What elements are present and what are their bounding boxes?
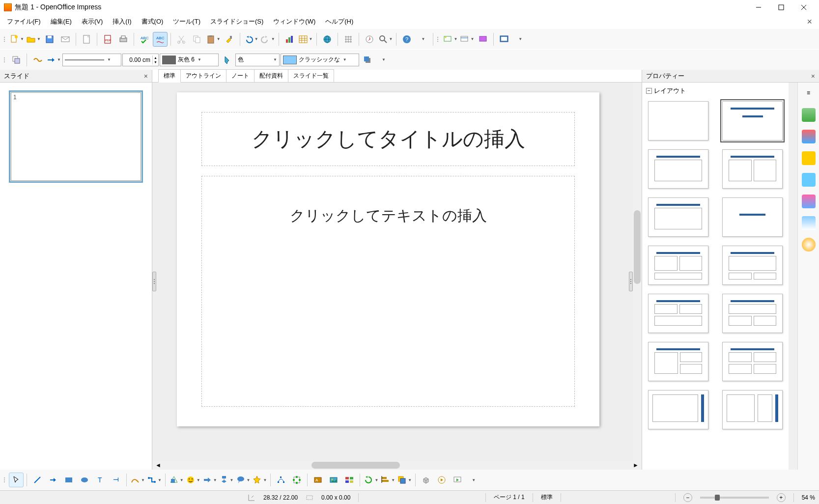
layout-four-obj[interactable] bbox=[722, 342, 783, 381]
layout-title-content[interactable] bbox=[722, 101, 783, 140]
line-color-selector[interactable]: 灰色 6 ▼ bbox=[160, 54, 219, 66]
tab-normal[interactable]: 標準 bbox=[158, 69, 181, 83]
copy-button[interactable] bbox=[190, 32, 204, 47]
line-tool[interactable] bbox=[30, 473, 45, 487]
block-arrows-tool[interactable]: ▼ bbox=[202, 473, 218, 487]
print-button[interactable] bbox=[116, 32, 131, 47]
align-tool[interactable]: ▼ bbox=[380, 473, 395, 487]
menu-edit[interactable]: 編集(E) bbox=[46, 15, 77, 28]
interaction-tool[interactable] bbox=[434, 473, 449, 487]
sidebar-gallery-icon[interactable] bbox=[802, 216, 816, 230]
sidebar-master-icon[interactable] bbox=[802, 130, 816, 143]
points-tool[interactable] bbox=[274, 473, 288, 487]
new-button[interactable]: ▼ bbox=[9, 32, 25, 47]
arrow-tool[interactable] bbox=[46, 473, 60, 487]
symbol-shapes-tool[interactable]: ▼ bbox=[185, 473, 201, 487]
fill-color-selector[interactable]: クラッシックな ▼ bbox=[281, 54, 359, 66]
callouts-tool[interactable]: ▼ bbox=[235, 473, 251, 487]
maximize-button[interactable] bbox=[770, 0, 792, 15]
layout-title-only[interactable] bbox=[648, 149, 708, 189]
collapse-icon[interactable]: − bbox=[646, 88, 652, 94]
menu-window[interactable]: ウィンドウ(W) bbox=[268, 15, 320, 28]
chart-button[interactable] bbox=[282, 32, 297, 47]
text-tool[interactable]: T bbox=[93, 473, 108, 487]
from-file-tool[interactable] bbox=[326, 473, 341, 487]
menu-view[interactable]: 表示(V) bbox=[77, 15, 108, 28]
line-style-selector[interactable]: ▼ bbox=[62, 54, 121, 66]
zoom-in-button[interactable]: + bbox=[777, 493, 786, 502]
toolbar-overflow[interactable]: ▼ bbox=[512, 32, 527, 47]
curve-tool[interactable]: ▼ bbox=[130, 473, 145, 487]
toolbar-handle-2[interactable] bbox=[436, 32, 440, 47]
menu-insert[interactable]: 挿入(I) bbox=[108, 15, 136, 28]
arrange-tool[interactable]: ▼ bbox=[396, 473, 412, 487]
zoom-button[interactable]: ▼ bbox=[378, 32, 394, 47]
vertical-text-tool[interactable]: T bbox=[109, 473, 123, 487]
content-placeholder[interactable]: クリックしてテキストの挿入 bbox=[201, 176, 575, 407]
export-pdf-button[interactable]: PDF bbox=[100, 32, 115, 47]
open-button[interactable]: ▼ bbox=[26, 32, 41, 47]
line-width-input[interactable]: ▲▼ bbox=[122, 54, 159, 66]
slideshow-button[interactable] bbox=[497, 32, 511, 47]
horizontal-scrollbar[interactable]: ◄► bbox=[152, 461, 642, 470]
layout-text-obj[interactable] bbox=[722, 246, 783, 285]
menu-slideshow[interactable]: スライドショー(S) bbox=[205, 15, 268, 28]
sidebar-styles-icon[interactable] bbox=[802, 195, 816, 208]
rectangle-tool[interactable] bbox=[61, 473, 76, 487]
table-button[interactable]: ▼ bbox=[298, 32, 313, 47]
layout-vert-title[interactable] bbox=[648, 390, 708, 429]
menu-help[interactable]: ヘルプ(H) bbox=[320, 15, 358, 28]
layout-one-over-two[interactable] bbox=[722, 294, 783, 333]
layout-section-header[interactable]: − レイアウト bbox=[646, 84, 785, 97]
zoom-level[interactable]: 54 % bbox=[802, 494, 815, 501]
format-paintbrush-button[interactable] bbox=[222, 32, 237, 47]
whats-this-button[interactable]: ▼ bbox=[415, 32, 430, 47]
slide-panel-close-icon[interactable]: × bbox=[144, 72, 148, 80]
edit-file-button[interactable] bbox=[79, 32, 94, 47]
connector-tool[interactable]: ▼ bbox=[146, 473, 162, 487]
vertical-scrollbar[interactable] bbox=[633, 83, 642, 461]
arrow-style-button[interactable]: ▼ bbox=[46, 53, 61, 67]
grid-button[interactable] bbox=[341, 32, 356, 47]
stars-tool[interactable]: ▼ bbox=[252, 473, 267, 487]
spellcheck-button[interactable]: ABC bbox=[137, 32, 152, 47]
toolbar-handle-3[interactable] bbox=[3, 53, 7, 67]
hyperlink-button[interactable] bbox=[320, 32, 335, 47]
properties-panel-close-icon[interactable]: × bbox=[811, 72, 815, 80]
slide-thumbnail[interactable]: 1 bbox=[9, 90, 143, 183]
title-placeholder[interactable]: クリックしてタイトルの挿入 bbox=[201, 112, 575, 166]
cut-button[interactable] bbox=[174, 32, 189, 47]
sidebar-properties-icon[interactable] bbox=[802, 108, 816, 122]
layout-vert-title-text[interactable] bbox=[722, 390, 783, 429]
layout-two-over-one[interactable] bbox=[648, 294, 708, 333]
slide-canvas[interactable]: クリックしてタイトルの挿入 クリックしてテキストの挿入 bbox=[177, 92, 599, 426]
fill-type-selector[interactable]: 色 ▼ bbox=[235, 54, 280, 66]
tab-outline[interactable]: アウトライン bbox=[180, 69, 226, 82]
email-button[interactable] bbox=[58, 32, 73, 47]
arrange-button[interactable] bbox=[9, 53, 24, 67]
extrusion-tool[interactable] bbox=[419, 473, 433, 487]
tab-handout[interactable]: 配付資料 bbox=[254, 69, 288, 82]
slide-design-button[interactable] bbox=[476, 32, 490, 47]
drawtoolbar-overflow[interactable]: ▼ bbox=[466, 473, 480, 487]
menu-tools[interactable]: ツール(T) bbox=[168, 15, 205, 28]
undo-button[interactable]: ▼ bbox=[243, 32, 259, 47]
layout-blank[interactable] bbox=[648, 101, 708, 140]
toolbar-handle[interactable] bbox=[3, 32, 7, 47]
line-style-icon[interactable] bbox=[30, 53, 45, 67]
flowchart-tool[interactable]: ▼ bbox=[219, 473, 234, 487]
sidebar-transition-icon[interactable] bbox=[802, 173, 816, 187]
area-icon[interactable] bbox=[220, 53, 234, 67]
sidebar-menu-icon[interactable]: ≡ bbox=[801, 85, 816, 100]
tab-notes[interactable]: ノート bbox=[226, 69, 254, 82]
view-mode[interactable]: 標準 bbox=[541, 493, 553, 502]
slide-layout-button[interactable]: ▼ bbox=[459, 32, 475, 47]
close-button[interactable] bbox=[792, 0, 815, 15]
slide-button[interactable]: ▼ bbox=[442, 32, 458, 47]
gluepoints-tool[interactable] bbox=[289, 473, 304, 487]
properties-scrollbar[interactable] bbox=[789, 83, 797, 470]
toolbar-handle-4[interactable] bbox=[3, 473, 7, 487]
paste-button[interactable]: ▼ bbox=[205, 32, 221, 47]
animation-tool[interactable] bbox=[450, 473, 465, 487]
menu-file[interactable]: ファイル(F) bbox=[2, 15, 46, 28]
